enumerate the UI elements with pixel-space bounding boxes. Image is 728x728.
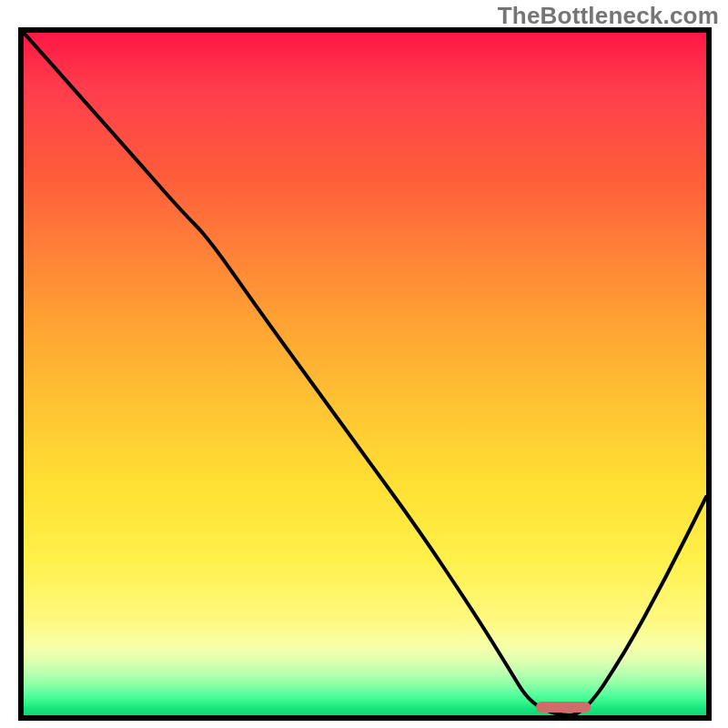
optimal-range-marker — [536, 702, 591, 713]
chart-frame: TheBottleneck.com — [0, 0, 728, 728]
curve-path — [24, 33, 706, 715]
watermark-text: TheBottleneck.com — [498, 2, 719, 30]
plot-area — [18, 27, 712, 721]
bottleneck-curve — [24, 33, 706, 715]
